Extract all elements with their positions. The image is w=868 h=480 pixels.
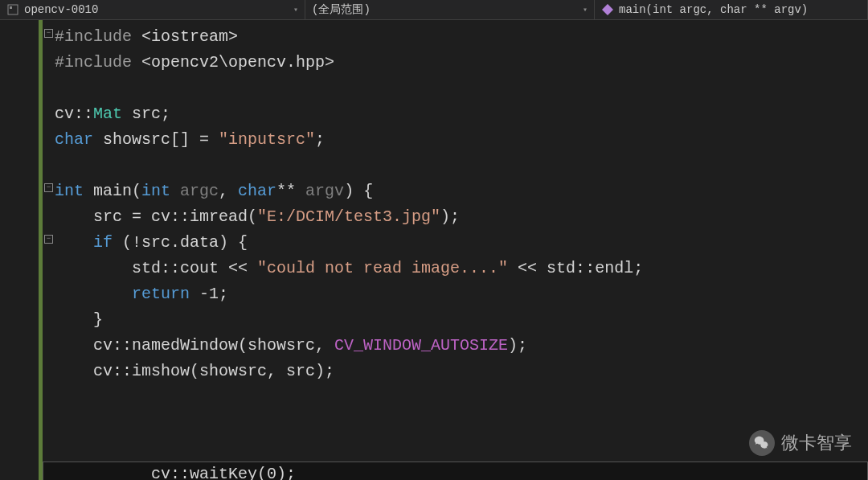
project-icon	[6, 3, 19, 16]
svg-rect-0	[8, 5, 18, 14]
chevron-down-icon: ▾	[583, 5, 588, 14]
code-line: #include <iostream>	[55, 24, 868, 50]
svg-rect-1	[10, 6, 12, 9]
code-line	[55, 76, 868, 101]
code-line: }	[55, 307, 868, 333]
code-content[interactable]: #include <iostream> #include <opencv2\op…	[43, 20, 868, 480]
navigation-bar: opencv-0010 ▾ (全局范围) ▾ main(int argc, ch…	[0, 0, 868, 20]
svg-rect-2	[602, 4, 613, 15]
code-line: cv::imshow(showsrc, src);	[55, 359, 868, 384]
watermark-text: 微卡智享	[781, 431, 852, 455]
code-line: char showsrc[] = "inputsrc";	[55, 127, 868, 153]
watermark: 微卡智享	[749, 430, 852, 456]
nav-project-dropdown[interactable]: opencv-0010 ▾	[0, 0, 305, 19]
editor-gutter: − − −	[0, 20, 43, 480]
code-editor[interactable]: − − − #include <iostream> #include <open…	[0, 20, 868, 480]
code-line: int main(int argc, char** argv) {	[55, 178, 868, 204]
code-line	[55, 384, 868, 410]
nav-scope-label: (全局范围)	[312, 2, 371, 17]
function-icon	[601, 3, 614, 16]
wechat-icon	[749, 430, 775, 456]
code-line: cv::namedWindow(showsrc, CV_WINDOW_AUTOS…	[55, 333, 868, 359]
chevron-down-icon: ▾	[293, 5, 298, 14]
nav-scope-dropdown[interactable]: (全局范围) ▾	[305, 0, 595, 19]
code-line: return -1;	[55, 281, 868, 307]
nav-function-dropdown[interactable]: main(int argc, char ** argv)	[595, 0, 868, 19]
code-line	[55, 153, 868, 178]
code-line: if (!src.data) {	[55, 230, 868, 256]
code-line-highlighted: cv::waitKey(0);	[55, 410, 868, 480]
code-line: src = cv::imread("E:/DCIM/test3.jpg");	[55, 204, 868, 230]
code-line: std::cout << "could not read image...." …	[55, 256, 868, 281]
nav-project-label: opencv-0010	[24, 3, 98, 16]
code-line: #include <opencv2\opencv.hpp>	[55, 50, 868, 76]
code-line: cv::Mat src;	[55, 101, 868, 127]
nav-function-label: main(int argc, char ** argv)	[619, 3, 808, 16]
